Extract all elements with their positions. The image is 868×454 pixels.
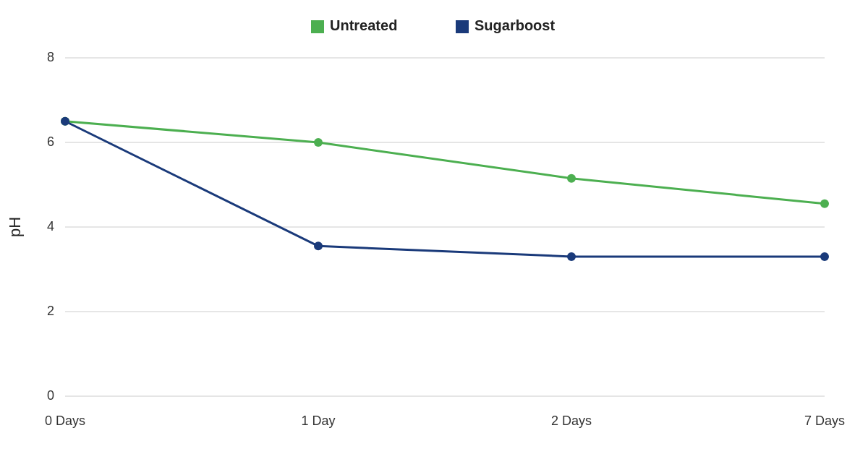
svg-text:Untreated: Untreated — [330, 17, 397, 33]
svg-line-15 — [318, 142, 571, 179]
svg-rect-28 — [311, 20, 324, 33]
svg-point-19 — [567, 174, 576, 183]
svg-text:2: 2 — [47, 304, 54, 318]
chart-container: 02468pH0 Days1 Day2 Days7 DaysUntreatedS… — [0, 0, 868, 454]
y-axis-label: pH — [6, 217, 24, 237]
svg-text:7 Days: 7 Days — [804, 414, 845, 428]
svg-text:4: 4 — [47, 219, 54, 234]
svg-line-16 — [571, 179, 825, 204]
chart-svg: 02468pH0 Days1 Day2 Days7 DaysUntreatedS… — [0, 0, 868, 454]
svg-point-24 — [61, 117, 69, 126]
svg-text:0 Days: 0 Days — [45, 414, 85, 428]
svg-point-26 — [567, 252, 576, 261]
svg-text:6: 6 — [47, 134, 54, 149]
svg-text:8: 8 — [47, 50, 54, 64]
svg-point-18 — [314, 138, 323, 147]
svg-text:Sugarboost: Sugarboost — [475, 17, 555, 33]
svg-line-22 — [318, 246, 571, 257]
svg-text:0: 0 — [47, 388, 54, 403]
svg-point-27 — [820, 252, 829, 261]
svg-point-25 — [314, 241, 323, 250]
svg-rect-30 — [456, 20, 469, 33]
svg-text:1 Day: 1 Day — [301, 414, 335, 428]
svg-text:2 Days: 2 Days — [551, 414, 592, 428]
svg-point-20 — [820, 200, 829, 208]
